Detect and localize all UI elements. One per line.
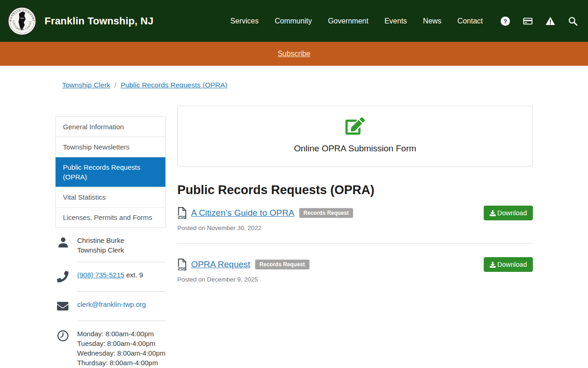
breadcrumb-township-clerk[interactable]: Township Clerk [62, 81, 110, 89]
download-icon [490, 262, 496, 268]
posted-date: Posted on November 30, 2022 [177, 224, 533, 231]
township-seal-logo[interactable]: FRANKLIN TOWNSHIP HUNTERDON COUNTY 1845 [8, 7, 36, 35]
clerk-title: Township Clerk [77, 245, 124, 255]
person-icon [57, 236, 69, 249]
sidebar-item-public-records-requests[interactable]: Public Records Requests (OPRA) [56, 157, 165, 187]
svg-text:?: ? [503, 17, 507, 24]
contact-phone: (908) 735-5215 ext. 9 [55, 262, 166, 291]
breadcrumb-separator: / [114, 81, 116, 89]
contact-person: Christine Burke Township Clerk [55, 228, 166, 262]
doc-link-citizens-guide[interactable]: A Citizen’s Guide to OPRA [191, 208, 294, 218]
main-content: Online OPRA Submission Form Public Recor… [177, 106, 533, 283]
online-opra-form-card[interactable]: Online OPRA Submission Form [177, 106, 533, 167]
doc-link-opra-request[interactable]: OPRA Request [191, 259, 250, 270]
sidebar-item-township-newsletters[interactable]: Township Newsletters [56, 137, 165, 157]
download-button-label: Download [498, 209, 527, 217]
nav-government[interactable]: Government [328, 17, 368, 25]
hours-thursday: Thurdsay: 8:00am-4:00pm [77, 358, 165, 368]
svg-text:PDF: PDF [179, 215, 186, 218]
phone-ext: ext. 9 [124, 271, 143, 279]
posted-date: Posted on December 9, 2025 [177, 276, 533, 283]
breadcrumb: Township Clerk/Public Records Requests (… [55, 81, 533, 89]
site-title[interactable]: Franklin Township, NJ [45, 15, 153, 27]
document-row: PDF A Citizen’s Guide to OPRA Records Re… [177, 206, 533, 220]
download-button-label: Download [498, 261, 527, 268]
sidebar-item-licenses-permits-forms[interactable]: Licenses, Permits and Forms [56, 207, 165, 227]
divider [177, 243, 533, 244]
sidebar: General Information Township Newsletters… [55, 106, 166, 368]
svg-text:PDF: PDF [179, 267, 186, 270]
nav-events[interactable]: Events [384, 17, 407, 25]
site-header: FRANKLIN TOWNSHIP HUNTERDON COUNTY 1845 … [0, 0, 588, 42]
envelope-icon [57, 300, 68, 312]
pdf-icon: PDF [177, 207, 187, 219]
sidebar-item-vital-statistics[interactable]: Vital Statistics [56, 187, 165, 207]
edit-icon [345, 116, 365, 136]
records-request-badge: Records Request [255, 259, 310, 270]
side-menu: General Information Township Newsletters… [55, 116, 166, 228]
download-button[interactable]: Download [484, 257, 533, 272]
nav-community[interactable]: Community [275, 17, 312, 25]
help-icon[interactable]: ? [500, 16, 510, 26]
download-icon [490, 210, 496, 216]
contact-email: clerk@franklin-twp.org [55, 292, 166, 321]
svg-text:1845: 1845 [20, 17, 25, 19]
hours-monday: Monday: 8:00am-4:00pm [77, 329, 165, 339]
download-button[interactable]: Download [484, 206, 533, 220]
records-request-badge: Records Request [299, 208, 354, 218]
nav-news[interactable]: News [423, 17, 441, 25]
nav-services[interactable]: Services [231, 17, 259, 25]
nav-contact[interactable]: Contact [458, 17, 483, 25]
document-row: PDF OPRA Request Records Request Downloa… [177, 257, 533, 272]
payments-icon[interactable] [523, 16, 533, 26]
breadcrumb-opra[interactable]: Public Records Requests (OPRA) [120, 81, 227, 89]
pdf-icon: PDF [177, 258, 187, 271]
search-icon[interactable] [568, 16, 578, 26]
email-link[interactable]: clerk@franklin-twp.org [77, 300, 146, 308]
page-title: Public Records Requests (OPRA) [177, 183, 533, 197]
subscribe-link[interactable]: Subscribe [277, 50, 310, 58]
hours-wednesday: Wednesday: 8:00am-4:00pm [77, 348, 165, 358]
header-icons: ? [500, 16, 578, 26]
main-nav: Services Community Government Events New… [231, 17, 483, 25]
phone-icon [57, 271, 68, 282]
contact-hours: Monday: 8:00am-4:00pm Tuesday: 8:00am-4:… [55, 321, 166, 368]
phone-link[interactable]: (908) 735-5215 [77, 271, 124, 279]
opra-form-card-label: Online OPRA Submission Form [182, 144, 528, 154]
hours-tuesday: Tuesday: 8:00am-4:00pm [77, 339, 165, 348]
clerk-name: Christine Burke [77, 236, 124, 245]
sidebar-item-general-information[interactable]: General Information [56, 117, 165, 137]
clock-icon [57, 330, 69, 342]
alerts-icon[interactable] [545, 16, 555, 26]
subscribe-banner: Subscribe [0, 42, 588, 66]
